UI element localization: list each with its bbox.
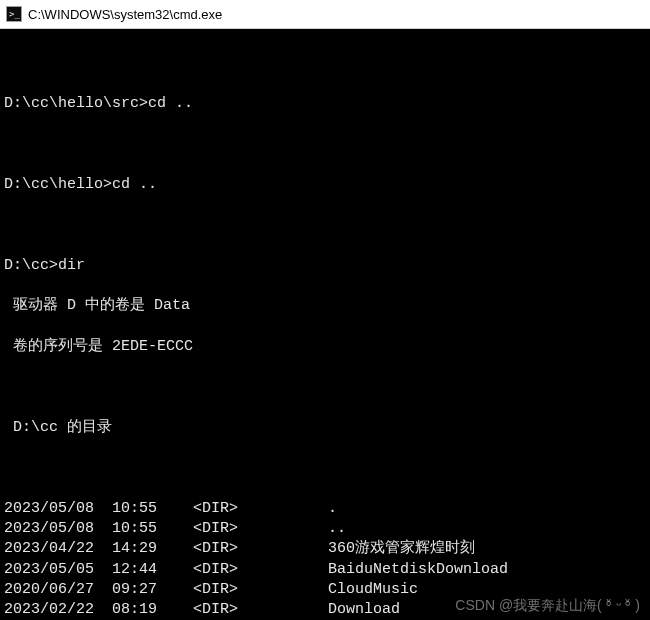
prompt-cmd: cd .. — [148, 95, 193, 112]
blank-line — [4, 215, 646, 235]
dir-entry-row: 2023/05/08 10:55 <DIR> .. — [4, 519, 646, 539]
prompt-cwd: D:\cc> — [4, 257, 58, 274]
dir-entry-row: 2023/04/22 14:29 <DIR> 360游戏管家辉煌时刻 — [4, 539, 646, 559]
prompt-line-1: D:\cc\hello>cd .. — [4, 175, 646, 195]
prompt-cmd: cd .. — [112, 176, 157, 193]
dir-path-line: D:\cc 的目录 — [4, 418, 646, 438]
blank-line — [4, 377, 646, 397]
dir-volume-line: 驱动器 D 中的卷是 Data — [4, 296, 646, 316]
blank-line — [4, 53, 646, 73]
dir-entry-row: 2020/06/27 09:27 <DIR> CloudMusic — [4, 580, 646, 600]
prompt-cmd: dir — [58, 257, 85, 274]
svg-text:>_: >_ — [9, 9, 20, 19]
blank-line — [4, 134, 646, 154]
dir-entry-row: 2023/05/05 12:44 <DIR> BaiduNetdiskDownl… — [4, 560, 646, 580]
dir-entry-row: 2023/02/22 08:19 <DIR> Download — [4, 600, 646, 620]
prompt-line-2: D:\cc>dir — [4, 256, 646, 276]
blank-line — [4, 458, 646, 478]
prompt-cwd: D:\cc\hello> — [4, 176, 112, 193]
window-title-text: C:\WINDOWS\system32\cmd.exe — [28, 7, 222, 22]
dir-entry-row: 2023/05/08 10:55 <DIR> . — [4, 499, 646, 519]
cmd-icon: >_ — [6, 6, 22, 22]
dir-serial-line: 卷的序列号是 2EDE-ECCC — [4, 337, 646, 357]
window-titlebar[interactable]: >_ C:\WINDOWS\system32\cmd.exe — [0, 0, 650, 29]
terminal-output[interactable]: D:\cc\hello\src>cd .. D:\cc\hello>cd .. … — [0, 29, 650, 620]
dir-listing: 2023/05/08 10:55 <DIR> .2023/05/08 10:55… — [4, 499, 646, 620]
prompt-cwd: D:\cc\hello\src> — [4, 95, 148, 112]
prompt-line-0: D:\cc\hello\src>cd .. — [4, 94, 646, 114]
